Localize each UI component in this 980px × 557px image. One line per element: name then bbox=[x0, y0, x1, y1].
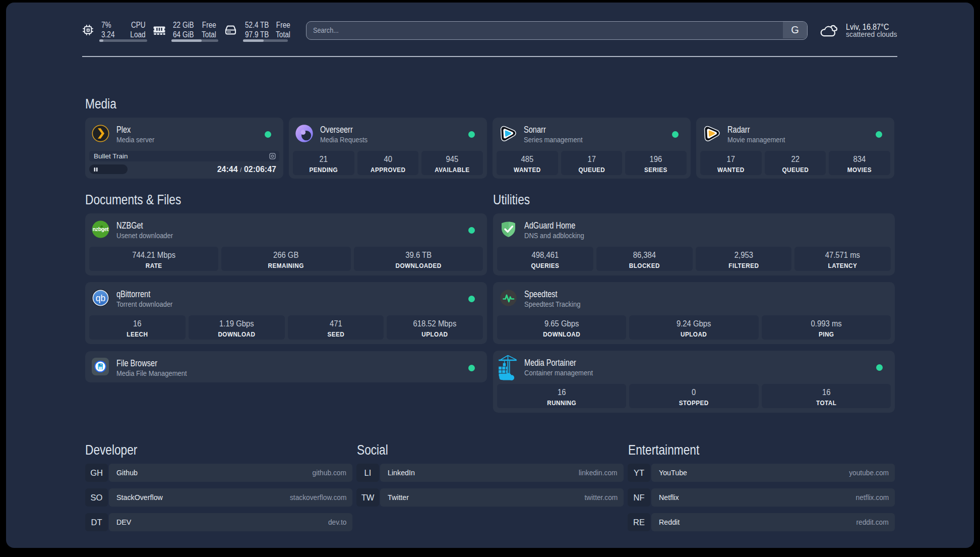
svg-text:qb: qb bbox=[96, 293, 106, 303]
svg-text:nzbget: nzbget bbox=[93, 227, 109, 232]
